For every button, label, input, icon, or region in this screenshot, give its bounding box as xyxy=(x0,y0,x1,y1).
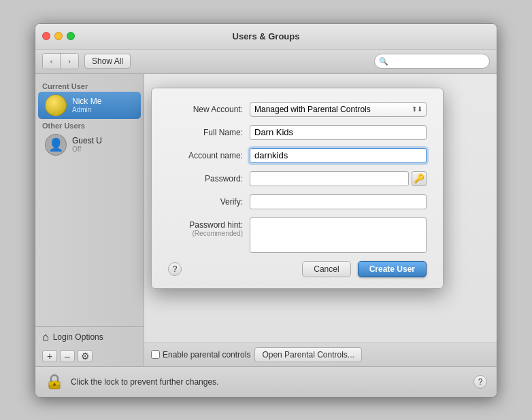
full-name-input[interactable] xyxy=(250,125,427,140)
password-input[interactable] xyxy=(250,171,409,186)
home-icon: ⌂ xyxy=(42,331,49,343)
new-account-row: New Account: Managed with Parental Contr… xyxy=(168,102,427,117)
new-account-select[interactable]: Managed with Parental Controls xyxy=(250,102,427,117)
open-parental-controls-button[interactable]: Open Parental Controls... xyxy=(254,347,361,362)
sidebar: Current User Nick Me Admin Other Users 👤… xyxy=(35,74,144,366)
main-content: Current User Nick Me Admin Other Users 👤… xyxy=(35,74,497,366)
window-title: Users & Groups xyxy=(233,31,300,41)
password-hint-sublabel: (Recommended) xyxy=(168,230,243,237)
bottom-help-button[interactable]: ? xyxy=(473,375,487,389)
avatar xyxy=(45,94,67,116)
password-hint-label: Password hint: (Recommended) xyxy=(168,217,250,237)
dialog-buttons: ? Cancel Create User xyxy=(168,261,427,277)
verify-input[interactable] xyxy=(250,194,427,209)
bottom-bar: Click the lock to prevent further change… xyxy=(35,366,497,397)
titlebar: Users & Groups xyxy=(35,24,497,50)
minimize-button[interactable] xyxy=(54,32,63,40)
lock-svg xyxy=(45,372,64,391)
back-button[interactable]: ‹ xyxy=(43,54,61,69)
cancel-button[interactable]: Cancel xyxy=(302,261,350,277)
search-input[interactable] xyxy=(374,54,490,69)
account-name-label: Account name: xyxy=(168,151,250,160)
lock-icon[interactable] xyxy=(45,372,64,391)
sidebar-guest-info: Guest U Off xyxy=(72,136,102,153)
password-hint-label-text: Password hint: xyxy=(168,220,243,230)
sidebar-item-current-user[interactable]: Nick Me Admin xyxy=(38,92,141,119)
main-panel: New Account: Managed with Parental Contr… xyxy=(144,74,497,366)
sidebar-actions: + – ⚙ xyxy=(35,347,144,366)
new-account-label: New Account: xyxy=(168,105,250,114)
password-hint-input[interactable] xyxy=(250,217,427,253)
svg-point-2 xyxy=(53,383,56,386)
nav-buttons: ‹ › xyxy=(42,53,79,69)
show-all-button[interactable]: Show All xyxy=(84,54,131,69)
sidebar-guest-role: Off xyxy=(72,145,102,153)
search-icon: 🔍 xyxy=(379,57,388,66)
new-account-select-wrapper: Managed with Parental Controls ⬆⬇ xyxy=(250,102,427,117)
lock-text: Click the lock to prevent further change… xyxy=(71,377,218,387)
sidebar-item-guest[interactable]: 👤 Guest U Off xyxy=(38,131,141,158)
help-button[interactable]: ? xyxy=(168,262,182,276)
current-user-label: Current User xyxy=(35,80,144,92)
sidebar-item-name: Nick Me xyxy=(72,97,101,106)
password-field-group: 🔑 xyxy=(250,171,427,186)
maximize-button[interactable] xyxy=(67,32,75,40)
full-name-row: Full Name: xyxy=(168,125,427,140)
add-user-button[interactable]: + xyxy=(42,350,57,362)
enable-parental-controls-text: Enable parental controls xyxy=(163,350,250,360)
guest-avatar-icon: 👤 xyxy=(48,137,63,152)
dialog-panel: New Account: Managed with Parental Contr… xyxy=(151,88,444,289)
guest-avatar: 👤 xyxy=(45,134,67,156)
remove-user-button[interactable]: – xyxy=(60,350,75,362)
login-options[interactable]: ⌂ Login Options xyxy=(35,326,144,347)
close-button[interactable] xyxy=(42,32,50,40)
enable-parental-controls-checkbox[interactable] xyxy=(151,350,160,359)
traffic-lights xyxy=(42,32,75,40)
forward-button[interactable]: › xyxy=(61,54,78,69)
sidebar-user-info: Nick Me Admin xyxy=(72,97,101,113)
verify-row: Verify: xyxy=(168,194,427,209)
panel-bottom-bar: Enable parental controls Open Parental C… xyxy=(144,343,497,366)
key-button[interactable]: 🔑 xyxy=(412,171,427,186)
password-row: Password: 🔑 xyxy=(168,171,427,186)
sidebar-guest-name: Guest U xyxy=(72,136,102,145)
search-box: 🔍 xyxy=(374,54,490,69)
sidebar-item-role: Admin xyxy=(72,106,101,113)
full-name-label: Full Name: xyxy=(168,128,250,137)
actions-button[interactable]: ⚙ xyxy=(78,350,93,362)
verify-label: Verify: xyxy=(168,197,250,207)
other-users-label: Other Users xyxy=(35,119,144,131)
enable-parental-controls-label[interactable]: Enable parental controls xyxy=(151,350,250,360)
account-name-row: Account name: xyxy=(168,148,427,163)
toolbar: ‹ › Show All 🔍 xyxy=(35,50,497,74)
password-hint-row: Password hint: (Recommended) xyxy=(168,217,427,253)
account-name-input[interactable] xyxy=(250,148,427,163)
password-label: Password: xyxy=(168,174,250,183)
main-panel-inner: New Account: Managed with Parental Contr… xyxy=(144,74,497,343)
login-options-label: Login Options xyxy=(53,332,103,342)
create-user-button[interactable]: Create User xyxy=(358,261,427,277)
